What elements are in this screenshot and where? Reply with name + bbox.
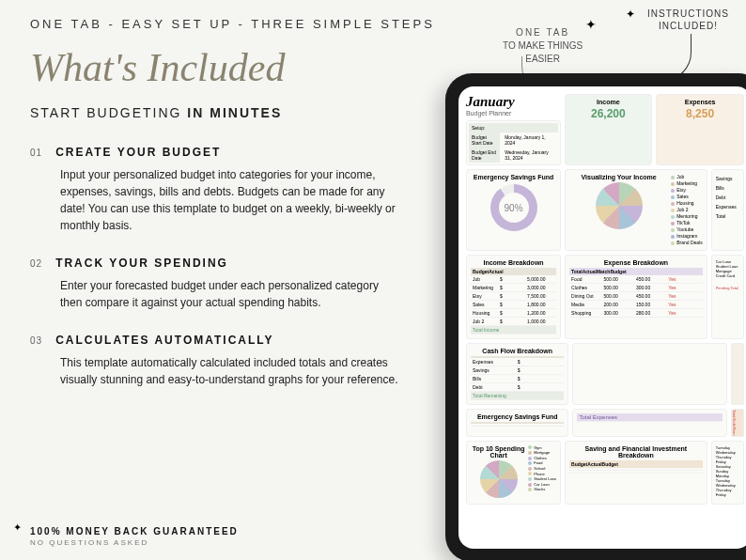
- side-cat: Bills: [716, 183, 739, 193]
- legend-item: Youtube: [676, 226, 693, 233]
- cell: Dining Out: [571, 293, 603, 299]
- cell: Yes: [668, 285, 700, 290]
- cell: 1,800.00: [527, 302, 554, 307]
- cell: 5,000.00: [527, 276, 554, 282]
- guarantee-main: 100% MONEY BACK GUARANTEED: [30, 526, 239, 537]
- top-tagline: ONE TAB - EASY SET UP - THREE SIMPLE STE…: [30, 17, 435, 31]
- cell: $: [500, 302, 527, 307]
- emergency-header: Emergency Savings Fund: [471, 174, 556, 180]
- cell: $: [518, 384, 563, 390]
- legend-item: Sales: [676, 194, 689, 200]
- legend-item: Housing: [676, 200, 693, 207]
- legend-item: Marketing: [676, 180, 697, 187]
- cell: 500.00: [603, 293, 635, 299]
- cell: $: [500, 285, 527, 290]
- cell: Media: [571, 302, 603, 307]
- cell: Food: [571, 276, 603, 282]
- income-break-header: Income Breakdown: [471, 259, 556, 266]
- setup-cell: Budget End Date: [469, 148, 500, 163]
- step-body: This template automatically calculated i…: [60, 354, 398, 388]
- cell: $: [518, 367, 563, 373]
- total-debt: Total Debt Rem: [732, 410, 737, 436]
- cell: Yes: [668, 310, 700, 316]
- legend-item: Mentoring: [676, 213, 697, 220]
- cell: $: [518, 359, 563, 365]
- cell: Job 2: [473, 319, 500, 324]
- sparkle-icon: ✦: [585, 17, 597, 32]
- cell: 3,000.00: [527, 285, 554, 290]
- sheet-month: January: [466, 94, 561, 110]
- cell: Yes: [668, 302, 700, 307]
- expenses-value: 8,250: [661, 107, 739, 120]
- total-row: Total Income: [473, 327, 500, 333]
- pie-chart-icon: [480, 460, 518, 498]
- cell: $: [500, 293, 527, 299]
- setup-cell: Monday, January 1, 2024: [503, 132, 557, 148]
- step-title: CALCULATES AUTOMATICALLY: [55, 334, 273, 347]
- cell: 500.00: [603, 285, 635, 290]
- cell: 450.00: [636, 276, 668, 282]
- side-cat: Total: [716, 211, 739, 221]
- legend-item: Instagram: [676, 233, 697, 240]
- step-item: 03CALCULATES AUTOMATICALLY This template…: [30, 334, 406, 388]
- cell: Debt: [473, 384, 518, 390]
- main-title: What's Included: [30, 45, 285, 90]
- spend-legend: Gym Mortgage Clothes Food School Phone S…: [528, 445, 556, 500]
- cell: 7,500.00: [527, 293, 554, 299]
- col-header: Budget: [473, 269, 489, 274]
- cell: Bills: [473, 376, 518, 381]
- col-header: Budget: [571, 461, 587, 467]
- cell: 1,200.00: [527, 310, 554, 316]
- side-cat: Expenses: [716, 202, 739, 211]
- cell: Savings: [473, 367, 518, 373]
- side-strip: [731, 343, 744, 405]
- step-number: 01: [30, 148, 42, 158]
- callout-line: TO MAKE THINGS: [503, 39, 583, 53]
- subtitle-pre: START BUDGETING: [30, 105, 187, 120]
- legend-item: Job: [676, 174, 684, 180]
- side-cat: Savings: [716, 174, 739, 183]
- legend-item: Stocks: [534, 487, 545, 492]
- spreadsheet-screen: January Budget Planner Setup: Budget Sta…: [458, 86, 746, 549]
- expense-break-header: Expense Breakdown: [569, 259, 703, 266]
- debt-item: Credit Card: [716, 273, 739, 278]
- pie-chart-icon: [596, 182, 643, 229]
- cell: $: [500, 310, 527, 316]
- guarantee-sub: NO QUESTIONS ASKED: [30, 538, 239, 547]
- emergency2-header: Emergency Savings Fund: [471, 413, 564, 420]
- col-header: Budget: [602, 461, 618, 467]
- sparkle-icon: ✦: [13, 521, 22, 534]
- cell: Marketing: [473, 285, 500, 290]
- legend-item: Etsy: [676, 187, 686, 194]
- cell: Expenses: [473, 359, 518, 365]
- tablet-mockup: January Budget Planner Setup: Budget Sta…: [445, 73, 746, 560]
- step-body: Input your personalized budget into cate…: [60, 166, 398, 234]
- cell: $: [500, 319, 527, 324]
- total-expenses: Total Expenses: [579, 414, 721, 420]
- income-label: Income: [569, 99, 648, 105]
- pending-label: Pending Total: [716, 286, 739, 290]
- guarantee-text: 100% MONEY BACK GUARANTEED NO QUESTIONS …: [30, 526, 239, 547]
- side-strip: Total Debt Rem: [731, 409, 744, 437]
- total-row: Total Remaining: [473, 393, 518, 398]
- callout-instructions: INSTRUCTIONS INCLUDED!: [647, 8, 729, 32]
- col-header: Actual: [489, 269, 503, 274]
- step-number: 03: [30, 335, 42, 346]
- visualize-header: Visualizing Your Income: [569, 174, 668, 180]
- donut-chart-icon: 90%: [490, 184, 537, 231]
- cell: 1,000.00: [527, 319, 554, 324]
- cell: 450.00: [636, 293, 668, 299]
- cell: 500.00: [603, 276, 635, 282]
- cell: $: [518, 376, 563, 381]
- step-title: CREATE YOUR BUDGET: [55, 146, 221, 159]
- steps-list: 01CREATE YOUR BUDGET Input your personal…: [30, 146, 406, 411]
- cell: Housing: [473, 310, 500, 316]
- day: Friday: [716, 492, 739, 497]
- cell: Shopping: [571, 310, 603, 316]
- step-title: TRACK YOUR SPENDING: [55, 257, 228, 270]
- topspend-header: Top 10 Spending Chart: [471, 445, 526, 459]
- cell: 300.00: [603, 310, 635, 316]
- donut-percent: 90%: [499, 193, 529, 223]
- expenses-label: Expenses: [661, 99, 739, 105]
- saving-header: Saving and Financial Investment Breakdow…: [569, 445, 703, 459]
